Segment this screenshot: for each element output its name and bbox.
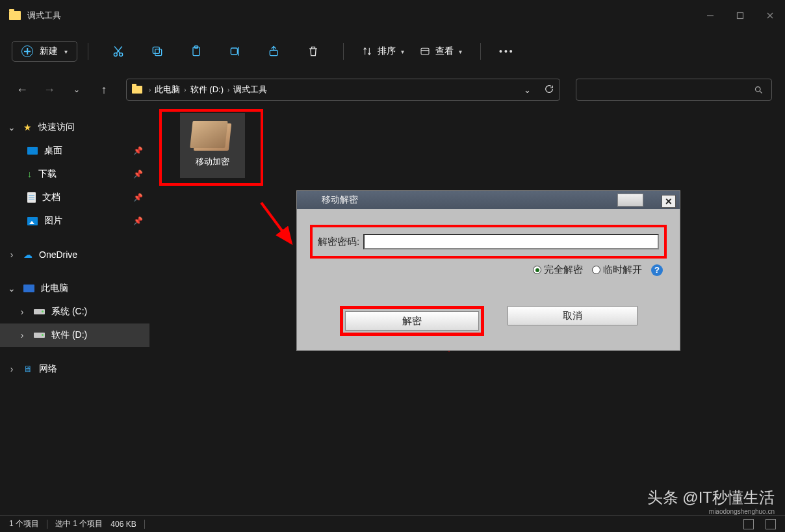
password-label: 解密密码: xyxy=(318,236,359,248)
dialog-minimize-area xyxy=(617,194,643,207)
cancel-button[interactable]: 取消 xyxy=(508,306,637,325)
sidebar-item-onedrive[interactable]: › ☁ OneDrive xyxy=(0,243,149,266)
watermark-url: miaodongshenghuo.cn xyxy=(647,508,775,515)
search-icon xyxy=(754,85,764,95)
chevron-down-icon: ▾ xyxy=(64,48,68,55)
share-icon[interactable] xyxy=(261,38,287,64)
sidebar-item-desktop[interactable]: 桌面 📌 xyxy=(0,139,149,162)
sidebar-item-downloads[interactable]: ↓ 下载 📌 xyxy=(0,162,149,186)
help-icon[interactable]: ? xyxy=(651,264,663,276)
sidebar-item-thispc[interactable]: ⌄ 此电脑 xyxy=(0,277,149,300)
svg-line-18 xyxy=(760,91,762,93)
watermark-text: 头条 @IT秒懂生活 xyxy=(647,487,775,508)
pin-icon: 📌 xyxy=(133,193,143,202)
view-button[interactable]: 查看 ▾ xyxy=(420,45,462,57)
chevron-right-icon[interactable]: › xyxy=(17,307,27,317)
thumbnails-view-icon[interactable] xyxy=(766,519,776,529)
crumb-folder[interactable]: 调式工具 xyxy=(233,84,267,95)
status-size: 406 KB xyxy=(110,520,136,529)
chevron-right-icon[interactable]: › xyxy=(6,364,17,374)
cut-icon[interactable] xyxy=(105,38,131,64)
details-view-icon[interactable] xyxy=(743,519,754,529)
maximize-button[interactable] xyxy=(725,0,755,31)
document-icon xyxy=(27,192,36,203)
chevron-right-icon: › xyxy=(184,86,186,94)
chevron-down-icon[interactable]: ⌄ xyxy=(6,283,17,294)
sort-button[interactable]: 排序 ▾ xyxy=(362,45,404,57)
sidebar-label: 系统 (C:) xyxy=(51,306,143,318)
dialog-title-bar[interactable]: 移动解密 xyxy=(297,191,680,209)
status-item-count: 1 个项目 xyxy=(9,518,39,529)
status-selected: 选中 1 个项目 xyxy=(55,518,103,529)
dialog-close-button[interactable]: ✕ xyxy=(662,195,676,208)
drive-icon xyxy=(34,333,45,338)
annotation-box: 解密密码: xyxy=(310,225,667,259)
download-icon: ↓ xyxy=(27,169,32,179)
recent-button[interactable]: ⌄ xyxy=(68,85,86,94)
desktop-icon xyxy=(27,147,38,155)
chevron-right-icon[interactable]: › xyxy=(17,330,27,340)
window-title: 调式工具 xyxy=(27,10,61,21)
forward-button[interactable]: → xyxy=(40,83,58,97)
pin-icon: 📌 xyxy=(133,146,143,155)
svg-point-5 xyxy=(120,53,123,57)
address-bar[interactable]: › 此电脑 › 软件 (D:) › 调式工具 ⌄ xyxy=(126,79,560,101)
minimize-button[interactable] xyxy=(695,0,725,31)
sidebar-label: 网络 xyxy=(39,363,143,375)
sidebar-item-drive-c[interactable]: › 系统 (C:) xyxy=(0,300,149,323)
radio-icon xyxy=(592,266,600,274)
sidebar-label: 下载 xyxy=(38,168,127,180)
star-icon: ★ xyxy=(23,122,32,133)
chevron-down-icon: ▾ xyxy=(401,48,404,55)
sidebar-label: 软件 (D:) xyxy=(51,329,143,341)
svg-rect-9 xyxy=(153,47,159,53)
chevron-right-icon[interactable]: › xyxy=(6,249,17,260)
new-button-label: 新建 xyxy=(40,45,58,57)
up-button[interactable]: ↑ xyxy=(95,83,113,97)
encrypted-folder-icon xyxy=(194,123,231,151)
radio-temp-open[interactable]: 临时解开 xyxy=(592,264,642,276)
crumb-root[interactable]: 此电脑 xyxy=(155,84,180,95)
sidebar-item-network[interactable]: › 🖥 网络 xyxy=(0,357,149,381)
close-button[interactable] xyxy=(755,0,785,31)
watermark: 头条 @IT秒懂生活 miaodongshenghuo.cn xyxy=(647,487,775,515)
radio-icon xyxy=(533,266,541,274)
paste-icon[interactable] xyxy=(183,38,209,64)
onedrive-icon: ☁ xyxy=(23,249,32,260)
back-button[interactable]: ← xyxy=(13,83,31,97)
file-item[interactable]: 移动加密 xyxy=(180,113,245,178)
delete-icon[interactable] xyxy=(300,38,326,64)
chevron-right-icon: › xyxy=(227,86,229,94)
sidebar-item-quick[interactable]: ⌄ ★ 快速访问 xyxy=(0,116,149,139)
radio-full-decrypt[interactable]: 完全解密 xyxy=(533,264,583,276)
sidebar-item-pictures[interactable]: 图片 📌 xyxy=(0,209,149,233)
sidebar: ⌄ ★ 快速访问 桌面 📌 ↓ 下载 📌 文档 📌 图片 📌 › ☁ O xyxy=(0,108,149,515)
sidebar-label: 桌面 xyxy=(44,145,127,157)
radio-label: 临时解开 xyxy=(603,264,642,276)
new-button[interactable]: 新建 ▾ xyxy=(12,41,77,62)
search-input[interactable] xyxy=(576,79,772,101)
sidebar-item-drive-d[interactable]: › 软件 (D:) xyxy=(0,323,149,347)
password-input[interactable] xyxy=(363,234,659,249)
annotation-box: 移动加密 xyxy=(159,109,263,186)
svg-rect-15 xyxy=(421,48,429,54)
copy-icon[interactable] xyxy=(144,38,170,64)
svg-point-4 xyxy=(114,53,117,57)
title-bar: 调式工具 xyxy=(0,0,785,31)
crumb-drive[interactable]: 软件 (D:) xyxy=(190,84,224,95)
svg-rect-12 xyxy=(231,48,237,55)
chevron-down-icon[interactable]: ⌄ xyxy=(6,122,17,133)
decrypt-dialog: 移动解密 ✕ 解密密码: 完全解密 临时解开 ? 解密 取消 xyxy=(296,190,680,351)
sidebar-label: 此电脑 xyxy=(41,283,143,294)
toolbar: 新建 ▾ 排序 ▾ 查看 ▾ ••• xyxy=(0,31,785,71)
refresh-button[interactable] xyxy=(544,84,554,96)
sidebar-label: 图片 xyxy=(44,215,127,227)
decrypt-button[interactable]: 解密 xyxy=(345,311,479,331)
radio-label: 完全解密 xyxy=(544,264,583,276)
address-dropdown[interactable]: ⌄ xyxy=(524,85,531,95)
sidebar-label: 快速访问 xyxy=(38,121,143,133)
pc-icon xyxy=(23,285,34,292)
rename-icon[interactable] xyxy=(222,38,248,64)
sidebar-item-documents[interactable]: 文档 📌 xyxy=(0,186,149,209)
more-button[interactable]: ••• xyxy=(499,46,515,57)
